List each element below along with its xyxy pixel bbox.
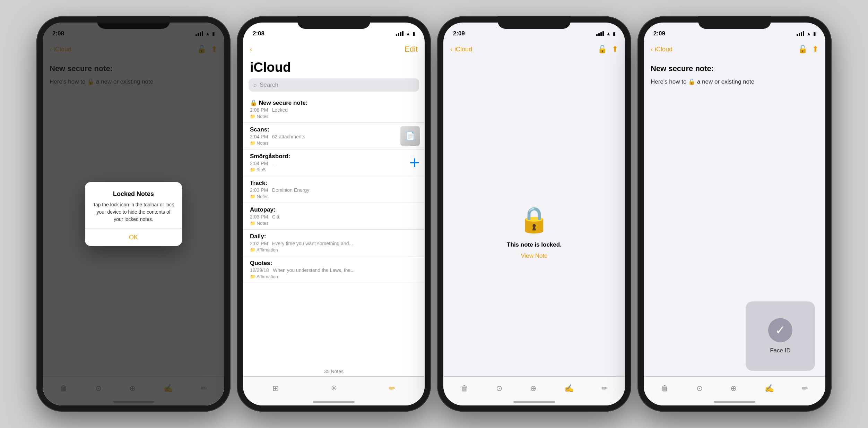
note-body-4: Here's how to 🔒 a new or existing note xyxy=(651,77,818,86)
notch-4 xyxy=(698,16,771,29)
nav-actions-2: Edit xyxy=(405,45,418,54)
face-id-checkmark-4: ✓ xyxy=(768,318,792,342)
toolbar-compose-4[interactable]: ✍ xyxy=(765,384,774,393)
note-item-title: Daily: xyxy=(250,233,418,240)
toolbar-check-3[interactable]: ⊙ xyxy=(496,384,502,393)
list-item[interactable]: Daily: 2:02 PM Every time you want somet… xyxy=(243,230,425,256)
toolbar-compose-2[interactable]: ✏ xyxy=(389,384,395,393)
list-item[interactable]: Autopay: 2:03 PM Citi: 📁 Notes xyxy=(243,203,425,230)
share-icon-3[interactable]: ⬆ xyxy=(612,45,618,54)
home-indicator-3 xyxy=(513,401,555,403)
notch-3 xyxy=(498,16,571,29)
plus-icon-2[interactable]: + xyxy=(409,153,420,173)
note-item-title: Smörgåsbord: xyxy=(250,153,290,160)
nav-back-3[interactable]: ‹ iCloud xyxy=(450,46,472,53)
home-indicator-4 xyxy=(714,401,755,403)
nav-back-4[interactable]: ‹ iCloud xyxy=(651,46,672,53)
lock-icon-3[interactable]: 🔓 xyxy=(598,45,607,54)
toolbar-compose-3[interactable]: ✍ xyxy=(564,384,574,393)
toolbar-plus-3[interactable]: ⊕ xyxy=(530,384,536,393)
phone-3-frame: 2:09 ▲ ▮ ‹ xyxy=(437,16,631,412)
lock-sm-icon: 🔒 xyxy=(250,100,259,106)
back-chevron-3: ‹ xyxy=(450,46,452,53)
note-item-title: Track: xyxy=(250,180,418,187)
note-list-2: 🔒 New secure note: 2:08 PM Locked 📁 Note… xyxy=(243,96,425,405)
search-bar-2[interactable]: ⌕ Search xyxy=(249,78,419,92)
phone-1-screen: 2:08 ▲ ▮ ‹ xyxy=(43,23,224,405)
toolbar-spinner-2: ✳ xyxy=(331,384,337,393)
toolbar-trash-3[interactable]: 🗑 xyxy=(461,384,468,393)
dialog-message-1: Tap the lock icon in the toolbar or lock… xyxy=(92,201,175,223)
nav-actions-4: 🔓 ⬆ xyxy=(798,45,818,54)
dialog-ok-button-1[interactable]: OK xyxy=(92,229,175,246)
status-icons-3: ▲ ▮ xyxy=(596,31,615,36)
nav-back-label-3: iCloud xyxy=(454,46,472,53)
bottom-status-2: 35 Notes xyxy=(243,369,425,376)
phone-2-frame: 2:08 ▲ ▮ ‹ xyxy=(237,16,431,412)
phones-container: 2:08 ▲ ▮ ‹ xyxy=(26,6,842,422)
phone-4-screen: 2:09 ▲ ▮ ‹ xyxy=(644,23,825,405)
lock-icon-4[interactable]: 🔓 xyxy=(798,45,807,54)
note-item-title: 🔒 New secure note: xyxy=(250,99,308,106)
phone-2-screen: 2:08 ▲ ▮ ‹ xyxy=(243,23,425,405)
home-indicator-2 xyxy=(313,401,355,403)
locked-note-text-3: This note is locked. xyxy=(507,241,562,248)
toolbar-grid-2[interactable]: ⊞ xyxy=(272,384,279,393)
nav-bar-3: ‹ iCloud 🔓 ⬆ xyxy=(443,41,625,59)
dialog-box-1: Locked Notes Tap the lock icon in the to… xyxy=(85,182,182,246)
nav-actions-3: 🔓 ⬆ xyxy=(598,45,618,54)
battery-icon-2: ▮ xyxy=(413,31,415,36)
notes-count-2: 35 Notes xyxy=(324,369,344,374)
large-title-2: iCloud xyxy=(243,59,425,78)
status-time-2: 2:08 xyxy=(253,30,264,37)
list-item[interactable]: Smörgåsbord: 2:04 PM — 📁 9to5 + xyxy=(243,149,425,176)
signal-bars-4 xyxy=(797,31,804,36)
note-title-4: New secure note: xyxy=(651,64,818,73)
signal-bars-2 xyxy=(396,31,403,36)
toolbar-plus-4[interactable]: ⊕ xyxy=(730,384,737,393)
lock-large-icon-3: 🔒 xyxy=(519,205,550,234)
toolbar-pencil-3[interactable]: ✏ xyxy=(601,384,608,393)
nav-bar-2: ‹ Edit xyxy=(243,41,425,59)
battery-icon-4: ▮ xyxy=(813,31,816,36)
list-item[interactable]: Track: 2:03 PM Dominion Energy 📁 Notes xyxy=(243,176,425,203)
list-item[interactable]: Scans: 2:04 PM 62 attachments 📁 Notes 📄 xyxy=(243,123,425,149)
toolbar-pencil-4[interactable]: ✏ xyxy=(802,384,808,393)
face-id-label-4: Face ID xyxy=(770,347,791,354)
nav-back-2[interactable]: ‹ xyxy=(250,46,253,53)
list-item[interactable]: 🔒 New secure note: 2:08 PM Locked 📁 Note… xyxy=(243,96,425,123)
face-id-box-4: ✓ Face ID xyxy=(746,301,815,371)
note-item-title: Autopay: xyxy=(250,206,418,213)
view-note-button-3[interactable]: View Note xyxy=(521,252,547,259)
back-chevron-4: ‹ xyxy=(651,46,653,53)
toolbar-check-4[interactable]: ⊙ xyxy=(696,384,703,393)
face-id-container-4: ✓ Face ID xyxy=(746,301,815,371)
search-placeholder-2: Search xyxy=(260,82,278,88)
signal-bars-3 xyxy=(596,31,604,36)
phone-1-frame: 2:08 ▲ ▮ ‹ xyxy=(36,16,231,412)
locked-note-screen-3: 🔒 This note is locked. View Note xyxy=(443,59,625,405)
list-item[interactable]: Quotes: 12/29/18 When you understand the… xyxy=(243,256,425,283)
note-item-title: Quotes: xyxy=(250,260,418,267)
note-thumbnail: 📄 xyxy=(400,126,420,146)
nav-bar-4: ‹ iCloud 🔓 ⬆ xyxy=(644,41,825,59)
phone-3-screen: 2:09 ▲ ▮ ‹ xyxy=(443,23,625,405)
edit-button-2[interactable]: Edit xyxy=(405,45,418,54)
status-icons-2: ▲ ▮ xyxy=(396,31,415,36)
phone-4-frame: 2:09 ▲ ▮ ‹ xyxy=(637,16,832,412)
share-icon-4[interactable]: ⬆ xyxy=(812,45,818,54)
wifi-icon-2: ▲ xyxy=(406,31,410,36)
status-time-3: 2:09 xyxy=(453,30,465,37)
search-icon-2: ⌕ xyxy=(253,82,257,88)
wifi-icon-3: ▲ xyxy=(606,31,611,36)
dialog-title-1: Locked Notes xyxy=(92,190,175,198)
battery-icon-3: ▮ xyxy=(613,31,615,36)
status-icons-4: ▲ ▮ xyxy=(797,31,816,36)
nav-back-label-4: iCloud xyxy=(655,46,672,53)
dialog-overlay-1: Locked Notes Tap the lock icon in the to… xyxy=(43,23,224,405)
toolbar-trash-4[interactable]: 🗑 xyxy=(661,384,669,393)
wifi-icon-4: ▲ xyxy=(806,31,811,36)
notch-2 xyxy=(297,16,370,29)
back-chevron-2: ‹ xyxy=(250,46,252,53)
status-time-4: 2:09 xyxy=(653,30,665,37)
